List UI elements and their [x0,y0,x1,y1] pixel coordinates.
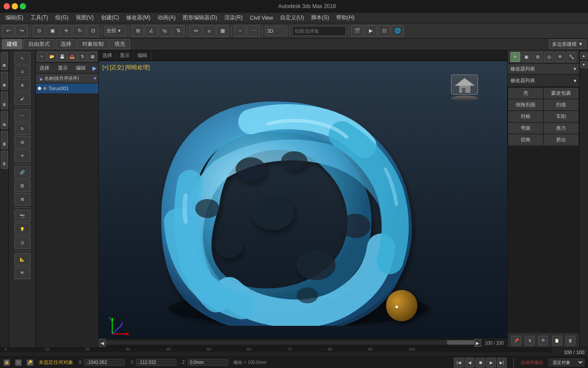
camera-tool[interactable]: 📷 [14,210,31,222]
lock-icon[interactable]: 🔒 [4,359,10,366]
menu-animation[interactable]: 动画(A) [154,13,179,22]
rotate-button[interactable]: ↻ [73,25,86,37]
menu-render[interactable]: 渲染(R) [221,13,246,22]
snap-icon[interactable]: ⊞ [15,359,22,366]
menu-help[interactable]: 帮助(H) [333,13,358,22]
mod-ctrl-pause[interactable]: ⏸ [525,336,535,346]
selection-filter-dropdown[interactable]: 全部 ▾ [104,26,127,36]
object-list-header[interactable]: ▲ 名称(按升序排序) ▾ [36,74,98,83]
scale-tool[interactable]: ⊞ [14,136,31,149]
panel-expand-icon[interactable]: ▶ [92,65,97,71]
spinner-snap-button[interactable]: ⇅ [172,25,184,37]
anim-next-key[interactable]: ▶| [497,358,507,368]
light-tool[interactable]: 💡 [14,223,31,236]
mod-bend[interactable]: 弯曲 [508,123,543,134]
object-item-torus001[interactable]: Torus001 [36,83,98,93]
z-coord-input[interactable] [188,359,228,366]
viewport-display-tab[interactable]: 显示 [116,50,134,61]
panel-tab-edit[interactable]: 编辑 [74,64,88,72]
menu-group[interactable]: 组(G) [52,13,72,22]
mod-symmetry[interactable]: 对称 [508,111,543,122]
rotate-tool[interactable]: ↻ [14,123,31,135]
save-button[interactable]: 💾 [57,52,67,61]
menu-create[interactable]: 创建(C) [97,13,123,22]
mod-ctrl-instance[interactable]: ⧉ [538,336,548,346]
rp-motion-icon[interactable]: ◎ [544,52,554,62]
timeline-track[interactable]: 0 10 20 30 40 50 60 70 80 90 100 [0,348,552,352]
select-tool[interactable]: ⊙ [14,66,31,78]
paint-select[interactable]: 🖌 [14,92,31,105]
command-panel-tab-modify[interactable]: 修改 [1,72,8,90]
sub-tab-fill[interactable]: 填充 [110,39,130,49]
percent-snap-button[interactable]: % [158,25,171,37]
fr-btn-2[interactable]: ▼ [580,61,588,68]
transform-gizmo[interactable]: ✛ [14,149,31,162]
link-tool[interactable]: 🔗 [14,166,31,179]
align-button[interactable]: ≡ [203,25,215,37]
mod-sweep[interactable]: 扫描 [544,99,579,110]
vp-scroll-thumb[interactable] [447,340,474,345]
layer-button[interactable]: ▦ [88,52,97,61]
rp-sun-icon[interactable]: ☀ [510,52,520,62]
command-panel-tab-utilities[interactable]: 工具 [1,151,8,169]
close-button[interactable] [4,3,10,9]
menu-edit[interactable]: 编辑(E) [2,13,27,22]
selection-set-input[interactable] [292,26,346,36]
anim-play-rev[interactable]: ◀ [465,358,474,368]
unlink-tool[interactable]: ⛓ [14,180,31,192]
polygon-modeling-dropdown[interactable]: 多边形建模 ▼ [549,39,586,49]
move-button[interactable]: ✛ [60,25,72,37]
timeline[interactable]: 0 10 20 30 40 50 60 70 80 90 100 100 / 1… [0,347,588,356]
mirror-button[interactable]: ⇔ [189,25,202,37]
hide-tool[interactable]: 👁 [14,267,31,279]
key-icon[interactable]: 🔑 [27,359,33,366]
environment-button[interactable]: 🌐 [391,25,404,37]
render-active-button[interactable]: ⊡ [378,25,391,37]
mod-ctrl-pin[interactable]: 📌 [511,336,521,346]
select-region-button[interactable]: ▣ [46,25,59,37]
modifier-dropdown[interactable]: 修改器列表 ▾ [508,74,579,87]
open-file-button[interactable]: 📂 [47,52,57,61]
command-panel-tab-hierarchy[interactable]: 层次 [1,92,8,110]
mod-chamfer[interactable]: 切角 [508,134,543,145]
rp-screen-icon[interactable]: ▣ [522,52,531,62]
lasso-select[interactable]: ⊗ [14,79,31,92]
render-setup-button[interactable]: 🎬 [351,25,364,37]
anim-play[interactable]: ▶ [486,358,496,368]
fr-btn-1[interactable]: ▲ [580,52,588,59]
command-panel-tab-motion[interactable]: 运动 [1,111,8,129]
layer-manager-button[interactable]: ▦ [216,25,229,37]
viewport-label-dropdown[interactable]: 3D [265,26,287,36]
helper-tool[interactable]: ⊡ [14,237,31,249]
mod-lathe[interactable]: 车削 [544,111,579,122]
panel-tab-display[interactable]: 显示 [56,64,70,72]
bind-to-space[interactable]: ⊠ [14,193,31,206]
command-panel-tab-display[interactable]: 显示 [1,131,8,149]
command-panel-tab-create[interactable]: 创建 [1,52,8,70]
menu-customize[interactable]: 自定义(U) [276,13,307,22]
menu-modifier[interactable]: 修改器(M) [123,13,154,22]
mod-bevel-profile[interactable]: 倒角剖面 [508,99,543,110]
mod-ctrl-delete[interactable]: 🗑 [566,336,575,346]
mod-extrude[interactable]: 挤出 [544,134,579,145]
rp-display-icon[interactable]: 👁 [555,52,565,62]
schematic-view-button[interactable]: ⋯ [247,25,260,37]
panel-tab-select[interactable]: 选择 [38,64,51,72]
y-coord-input[interactable] [136,359,176,366]
selection-mode-dropdown[interactable]: 选定对象 [549,359,584,366]
menu-civil-view[interactable]: Civil View [246,14,277,22]
anim-stop[interactable]: ⏹ [475,358,485,368]
viewport-edit-tab[interactable]: 编辑 [134,50,151,61]
mod-push[interactable]: 推力 [544,123,579,134]
menu-view[interactable]: 视图(V) [72,13,97,22]
select-move-tool[interactable]: ↖ [14,52,31,65]
measure-tool[interactable]: 📐 [14,253,31,266]
undo-button[interactable]: ↩ [2,25,14,37]
vp-nav-track[interactable] [106,338,474,347]
viewport-select-tab[interactable]: 选择 [99,50,116,61]
vp-nav-left[interactable]: ◀ [99,339,106,347]
move-tool[interactable]: ↔ [14,109,31,122]
select-obj-button[interactable]: ⊙ [33,25,45,37]
curve-editor-button[interactable]: ~ [234,25,246,37]
rp-utils-icon[interactable]: 🔧 [566,52,576,62]
